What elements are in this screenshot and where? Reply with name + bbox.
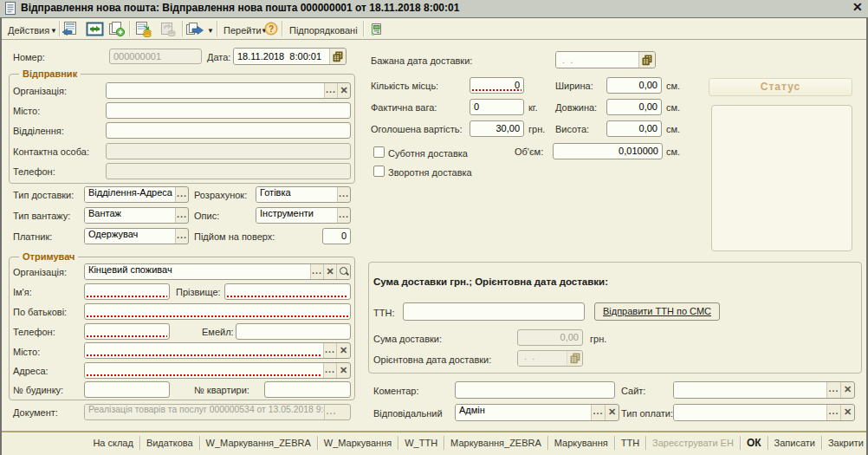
svg-text:?: ? [269, 24, 274, 34]
